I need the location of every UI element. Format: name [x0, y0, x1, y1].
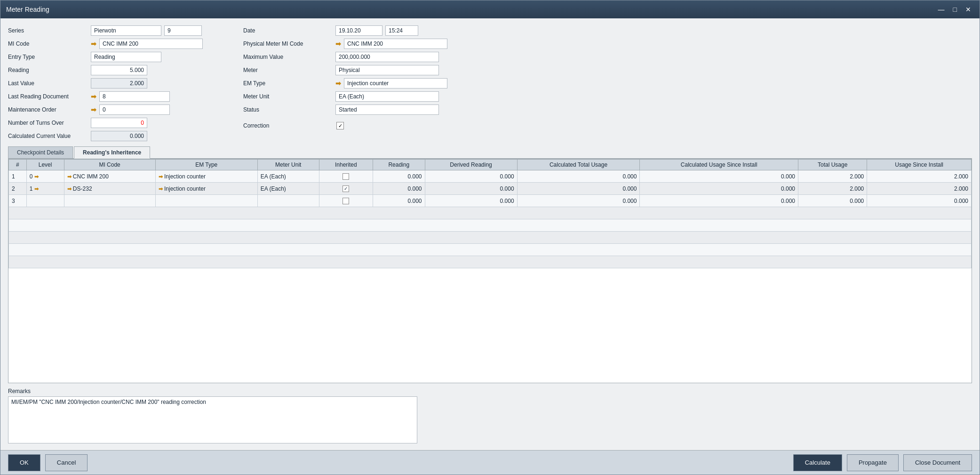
mi-code-label: MI Code	[8, 40, 88, 47]
date-input[interactable]	[335, 25, 382, 36]
cell-meter-unit	[257, 195, 319, 207]
turns-over-row: Number of Turns Over	[8, 117, 224, 129]
col-calc-usage-since: Calculated Usage Since Install	[640, 160, 798, 170]
series-input[interactable]	[91, 25, 161, 36]
meter-unit-input[interactable]	[335, 91, 439, 102]
physical-mi-code-label: Physical Meter MI Code	[243, 40, 333, 47]
cell-meter-unit: EA (Each)	[257, 170, 319, 183]
series-row: Series	[8, 25, 224, 36]
col-calc-total: Calculated Total Usage	[517, 160, 640, 170]
col-derived-reading: Derived Reading	[425, 160, 517, 170]
minimize-button[interactable]: —	[935, 5, 948, 14]
last-reading-doc-arrow-icon: ➡	[91, 93, 96, 100]
window-title: Meter Reading	[6, 6, 49, 13]
calculate-button[interactable]: Calculate	[793, 454, 842, 471]
series-number-input[interactable]	[164, 25, 202, 36]
cell-num: 3	[9, 195, 27, 207]
em-arrow-icon: ➡	[159, 174, 163, 179]
calculated-current-label: Calculated Current Value	[8, 133, 88, 139]
close-button[interactable]: ✕	[963, 5, 974, 14]
em-type-row: EM Type ➡	[243, 78, 972, 89]
cell-total-usage: 2.000	[798, 183, 867, 195]
entry-type-input[interactable]	[91, 52, 161, 62]
col-meter-unit: Meter Unit	[257, 160, 319, 170]
col-mi-code: MI Code	[64, 160, 155, 170]
cell-level: 1 ➡	[26, 183, 64, 195]
table-row-empty	[9, 207, 972, 219]
date-label: Date	[243, 27, 333, 34]
cell-mi-code	[64, 195, 155, 207]
status-input[interactable]	[335, 105, 439, 115]
turns-over-label: Number of Turns Over	[8, 120, 88, 126]
last-value-input	[91, 78, 147, 89]
left-fields: Series MI Code ➡ Entry Type Reading	[8, 25, 224, 142]
correction-label: Correction	[243, 122, 333, 129]
maintenance-order-label: Maintenance Order	[8, 106, 88, 113]
cell-total-usage: 2.000	[798, 170, 867, 183]
turns-over-input[interactable]	[91, 118, 147, 128]
status-row: Status	[243, 104, 972, 115]
col-reading: Reading	[373, 160, 425, 170]
remarks-textarea[interactable]: MI/EM/PM "CNC IMM 200/Injection counter/…	[8, 396, 417, 443]
maintenance-order-input[interactable]	[99, 105, 170, 115]
physical-mi-code-input[interactable]	[344, 39, 447, 49]
table-row-empty	[9, 256, 972, 268]
remarks-section: Remarks MI/EM/PM "CNC IMM 200/Injection …	[8, 388, 972, 443]
inherited-checkbox-1[interactable]	[343, 173, 349, 180]
cell-total-usage: 0.000	[798, 195, 867, 207]
entry-type-row: Entry Type	[8, 51, 224, 63]
window-controls: — □ ✕	[935, 5, 974, 14]
maximize-button[interactable]: □	[950, 5, 960, 14]
meter-label: Meter	[243, 67, 333, 73]
mi-code-input[interactable]	[99, 39, 203, 49]
maximum-value-input[interactable]	[335, 52, 439, 62]
cell-mi-code: ➡ CNC IMM 200	[64, 170, 155, 183]
correction-checkbox[interactable]: ✓	[336, 122, 344, 129]
table-container: # Level MI Code EM Type Meter Unit Inher…	[8, 159, 972, 383]
meter-row: Meter	[243, 64, 972, 76]
inherited-checkbox-3[interactable]	[343, 198, 349, 204]
tab-readings-inheritence[interactable]: Reading's Inheritence	[74, 146, 150, 159]
close-document-button[interactable]: Close Document	[903, 454, 972, 471]
maintenance-order-arrow-icon: ➡	[91, 106, 96, 113]
em-type-input[interactable]	[344, 78, 447, 89]
tab-bar: Checkpoint Details Reading's Inheritence	[8, 146, 972, 159]
cell-calc-usage-since: 0.000	[640, 195, 798, 207]
cell-derived-reading: 0.000	[425, 195, 517, 207]
table-row-empty	[9, 219, 972, 232]
time-input[interactable]	[385, 25, 418, 36]
remarks-label: Remarks	[8, 388, 972, 394]
cell-inherited	[319, 195, 373, 207]
table-row: 3 0.000 0.000 0.000 0.000 0.000 0.000	[9, 195, 972, 207]
cell-meter-unit: EA (Each)	[257, 183, 319, 195]
propagate-button[interactable]: Propagate	[847, 454, 899, 471]
cancel-button[interactable]: Cancel	[45, 454, 88, 471]
reading-row: Reading	[8, 64, 224, 76]
cell-reading: 0.000	[373, 195, 425, 207]
cell-level: 0 ➡	[26, 170, 64, 183]
cell-em-type: ➡ Injection counter	[155, 170, 257, 183]
ok-button[interactable]: OK	[8, 454, 40, 471]
mi-code-arrow-icon: ➡	[91, 40, 96, 48]
last-reading-doc-input[interactable]	[99, 91, 170, 102]
cell-em-type: ➡ Injection counter	[155, 183, 257, 195]
col-total-usage: Total Usage	[798, 160, 867, 170]
top-section: Series MI Code ➡ Entry Type Reading	[8, 25, 972, 142]
calculated-current-row: Calculated Current Value	[8, 130, 224, 142]
meter-unit-label: Meter Unit	[243, 93, 333, 100]
content-area: Series MI Code ➡ Entry Type Reading	[0, 18, 980, 450]
reading-label: Reading	[8, 67, 88, 73]
cell-calc-usage-since: 0.000	[640, 183, 798, 195]
cell-reading: 0.000	[373, 170, 425, 183]
right-fields: Date Physical Meter MI Code ➡ Maximum Va…	[243, 25, 972, 142]
inherited-checkbox-2[interactable]: ✓	[343, 185, 349, 192]
cell-mi-code: ➡ DS-232	[64, 183, 155, 195]
tab-checkpoint[interactable]: Checkpoint Details	[8, 146, 73, 158]
reading-input[interactable]	[91, 65, 147, 75]
table-row-empty	[9, 232, 972, 244]
table-row: 1 0 ➡ ➡ CNC IMM 200 ➡ Injection counter …	[9, 170, 972, 183]
meter-input[interactable]	[335, 65, 439, 75]
cell-calc-usage-since: 0.000	[640, 170, 798, 183]
mi-arrow-icon: ➡	[67, 186, 72, 192]
em-type-arrow-icon: ➡	[335, 80, 341, 87]
